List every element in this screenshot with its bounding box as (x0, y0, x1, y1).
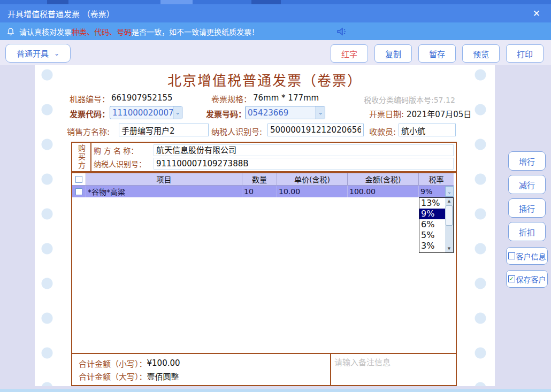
total-big-label: 合计金额（大写）： (79, 371, 147, 382)
discount-button[interactable]: 折扣 (508, 222, 546, 241)
red-invoice-button[interactable]: 红字 (331, 44, 368, 63)
chevron-down-icon: ⌄ (54, 50, 59, 57)
table-header-row: 项目 数量 单价(含税) 金额(含税) 税率 (72, 173, 454, 186)
invoice-code-label: 发票代码： (70, 108, 110, 119)
speaker-icon[interactable] (336, 26, 348, 37)
notification-suffix: 是否一致，如不一致请更换纸质发票！ (132, 28, 259, 36)
print-button[interactable]: 打印 (506, 44, 544, 63)
notification-prefix: 请认真核对发票 (19, 28, 72, 36)
notification-text: 请认真核对发票种类、代码、号码是否一致，如不一致请更换纸质发票！ (19, 26, 259, 37)
header-qty: 数量 (242, 173, 277, 186)
copy-button[interactable]: 复制 (374, 44, 412, 63)
machine-no-label: 机器编号： (70, 93, 110, 104)
totals-section: 合计金额（小写）： ¥100.00 合计金额（大写）： 壹佰圆整 (72, 353, 456, 385)
tax-option-selected[interactable]: 9% (419, 209, 445, 219)
background-window-fragment (47, 0, 68, 4)
background-window-fragment (251, 0, 281, 4)
buyer-side-text: 购买方 (76, 144, 87, 170)
scrollbar-thumb[interactable] (446, 205, 453, 226)
insert-row-button[interactable]: 插行 (508, 198, 546, 218)
table-row[interactable]: *谷物*高粱 10 10.00 100.00 9% ⌄ (72, 186, 454, 197)
header-tax: 税率 (419, 173, 454, 186)
perforation-dots-left (41, 65, 53, 386)
invoice-code-value: 111000020007 (110, 108, 173, 118)
seller-taxid-label: 纳税人识别号: (211, 126, 262, 137)
seller-name-label: 销售方名称: (67, 126, 110, 137)
preview-button[interactable]: 预览 (462, 44, 500, 63)
customer-info-button[interactable]: 客户信息 (506, 247, 548, 265)
date-value: 2021年07月05日 (407, 108, 471, 119)
header-amount: 金额(含税) (348, 173, 419, 186)
select-all-checkbox[interactable] (75, 176, 82, 183)
invoice-no-label: 发票号码： (206, 108, 246, 119)
add-row-button[interactable]: 增行 (508, 151, 546, 171)
bell-icon (6, 27, 15, 36)
row-price[interactable]: 10.00 (277, 186, 348, 197)
tax-option[interactable]: 3% (419, 241, 445, 251)
buyer-name-label: 购 方 名 称： (94, 145, 154, 156)
row-item[interactable]: *谷物*高粱 (86, 186, 242, 197)
total-big-value: 壹佰圆整 (147, 371, 179, 382)
row-tax-value: 9% (420, 187, 432, 196)
remove-row-button[interactable]: 减行 (508, 175, 546, 194)
chevron-down-icon[interactable]: ⌄ (445, 186, 454, 197)
tax-option[interactable]: 6% (419, 219, 445, 230)
tax-option[interactable]: 13% (419, 198, 445, 209)
row-amount[interactable]: 100.00 (348, 186, 419, 197)
save-customer-checkbox-checked[interactable]: ✓ (508, 275, 515, 282)
buyer-taxid-label: 纳税人识别号： (94, 158, 154, 169)
background-window-fragment (160, 0, 193, 4)
chevron-down-icon[interactable]: ⌄ (316, 106, 325, 119)
scroll-up-icon[interactable]: ▲ (448, 198, 450, 205)
invoice-no-value: 05423669 (246, 108, 316, 118)
cashier-input[interactable] (399, 124, 456, 136)
background-window-strip (0, 0, 551, 4)
remarks-box (330, 354, 456, 385)
close-icon[interactable]: ✕ (530, 8, 544, 19)
mode-select[interactable]: 普通开具 ⌄ (5, 44, 71, 63)
invoice-body: 项目 数量 单价(含税) 金额(含税) 税率 *谷物*高粱 10 10.00 1… (71, 172, 457, 386)
temp-save-button[interactable]: 暂存 (418, 44, 456, 63)
customer-info-label: 客户信息 (516, 251, 546, 262)
chevron-down-icon[interactable]: ⌄ (173, 106, 182, 119)
mode-select-value: 普通开具 (17, 48, 49, 59)
perforation-dots-right (475, 65, 486, 386)
toolbar: 普通开具 ⌄ 红字 复制 暂存 预览 打印 (0, 40, 551, 65)
header-price: 单价(含税) (277, 173, 348, 186)
save-customer-button[interactable]: ✓ 保存客户 (506, 270, 548, 288)
remarks-input[interactable] (331, 354, 456, 385)
row-qty[interactable]: 10 (242, 186, 277, 197)
notification-bar: 请认真核对发票种类、代码、号码是否一致，如不一致请更换纸质发票！ (0, 22, 551, 40)
buyer-name-row: 购 方 名 称： 航天信息股份有限公司 (94, 144, 454, 157)
dropdown-scrollbar[interactable]: ▲ ▼ (445, 198, 453, 252)
invoice-no-select[interactable]: 05423669 ⌄ (245, 106, 325, 119)
customer-info-checkbox[interactable] (508, 252, 515, 259)
window-title: 开具增值税普通发票 （卷票） (7, 8, 530, 19)
buyer-box: 购买方 购 方 名 称： 航天信息股份有限公司 纳税人识别号： 91110000… (71, 142, 457, 172)
buyer-taxid-input[interactable]: 91110000710927388B (154, 158, 454, 170)
window-titlebar: 开具增值税普通发票 （卷票） ✕ (0, 4, 551, 22)
date-label: 开票日期: (369, 108, 404, 119)
seller-taxid-input[interactable] (267, 124, 364, 136)
roll-spec-label: 卷票规格： (211, 93, 251, 104)
main-area: 北京增值税普通发票（卷票） 机器编号： 661907952155 卷票规格： 7… (0, 65, 551, 389)
invoice-title: 北京增值税普通发票（卷票） (35, 70, 495, 89)
invoice-code-select[interactable]: 111000020007 ⌄ (110, 106, 182, 119)
notification-highlight: 种类、代码、号码 (72, 28, 132, 36)
totals-left: 合计金额（小写）： ¥100.00 合计金额（大写）： 壹佰圆整 (72, 354, 330, 385)
row-tax-select[interactable]: 9% ⌄ (419, 186, 454, 197)
buyer-side-label: 购买方 (72, 143, 91, 171)
buyer-name-input[interactable]: 航天信息股份有限公司 (154, 144, 454, 156)
row-checkbox[interactable] (75, 188, 82, 195)
seller-name-input[interactable] (119, 124, 209, 136)
scroll-down-icon[interactable]: ▼ (448, 245, 450, 252)
tax-rate-dropdown: 13% 9% 6% 5% 3% ▲ ▼ (419, 197, 454, 253)
buyer-taxid-row: 纳税人识别号： 91110000710927388B (94, 157, 454, 170)
total-small-label: 合计金额（小写）： (79, 358, 147, 369)
header-checkbox-cell (72, 173, 86, 186)
total-small-value: ¥100.00 (147, 358, 180, 368)
tax-option[interactable]: 5% (419, 230, 445, 241)
header-item: 项目 (86, 173, 242, 186)
tax-code-version: 税收分类编码版本号:57.12 (364, 94, 455, 105)
row-checkbox-cell (72, 186, 86, 197)
